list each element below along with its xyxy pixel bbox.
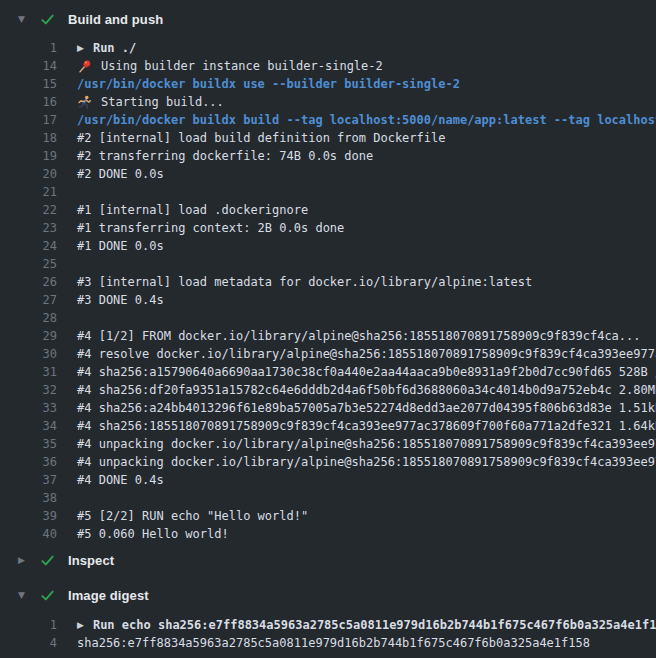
log-text: ▶Run ./ [77,39,136,57]
line-number[interactable]: 29 [0,329,57,343]
chevron-right-icon[interactable]: ▶ [18,551,34,569]
log-line: 39#5 [2/2] RUN echo "Hello world!" [0,507,656,525]
log-text: Starting build... [77,95,224,110]
log-text: #4 sha256:df20fa9351a15782c64e6dddb2d4a6… [77,383,656,397]
line-number[interactable]: 17 [0,113,57,127]
chevron-down-icon[interactable]: ▼ [18,586,34,604]
line-number[interactable]: 40 [0,527,57,541]
line-number[interactable]: 33 [0,401,57,415]
line-number[interactable]: 23 [0,221,57,235]
log-text: Using builder instance builder-single-2 [77,59,383,74]
chevron-down-icon[interactable]: ▼ [18,10,34,28]
log-text: #3 [internal] load metadata for docker.i… [77,275,532,289]
log-line: 30#4 resolve docker.io/library/alpine@sh… [0,345,656,363]
log-text: #4 unpacking docker.io/library/alpine@sh… [77,455,656,469]
line-number[interactable]: 21 [0,185,57,199]
line-number[interactable]: 34 [0,419,57,433]
log-text-content: #4 unpacking docker.io/library/alpine@sh… [77,437,656,451]
line-number[interactable]: 1 [0,618,57,632]
line-number[interactable]: 19 [0,149,57,163]
log-text-content: /usr/bin/docker buildx use --builder bui… [77,77,460,91]
log-text: #4 sha256:a15790640a6690aa1730c38cf0a440… [77,365,656,379]
success-check-icon [40,553,55,568]
log-text: #2 transferring dockerfile: 74B 0.0s don… [77,149,373,163]
log-text: /usr/bin/docker buildx build --tag local… [77,113,656,127]
log-text-content: Run echo sha256:e7ff8834a5963a2785c5a081… [93,618,656,632]
log-line: 38 [0,489,656,507]
log-text: #2 [internal] load build definition from… [77,131,445,145]
log-lines-image-digest: 1▶Run echo sha256:e7ff8834a5963a2785c5a0… [0,616,656,652]
section-header-image-digest[interactable]: ▼ Image digest [0,586,656,604]
log-text-content: #4 sha256:a24bb4013296f61e89ba57005a7b3e… [77,401,656,415]
line-number[interactable]: 4 [0,636,57,650]
log-line: 16Starting build... [0,93,656,111]
log-line: 37#4 DONE 0.4s [0,471,656,489]
log-line: 25 [0,255,656,273]
log-text-content: #1 [internal] load .dockerignore [77,203,308,217]
log-text: #4 sha256:185518070891758909c9f839cf4ca3… [77,419,656,433]
log-line: 1▶Run echo sha256:e7ff8834a5963a2785c5a0… [0,616,656,634]
line-number[interactable]: 36 [0,455,57,469]
log-text-content: Using builder instance builder-single-2 [101,59,383,73]
log-line: 18#2 [internal] load build definition fr… [0,129,656,147]
log-text: #1 [internal] load .dockerignore [77,203,308,217]
success-check-icon [40,588,55,603]
line-number[interactable]: 16 [0,95,57,109]
log-line: 35#4 unpacking docker.io/library/alpine@… [0,435,656,453]
log-text-content: #4 unpacking docker.io/library/alpine@sh… [77,455,656,469]
log-text: #4 [1/2] FROM docker.io/library/alpine@s… [77,329,641,343]
line-number[interactable]: 32 [0,383,57,397]
log-line: 4sha256:e7ff8834a5963a2785c5a0811e979d16… [0,634,656,652]
section-title: Image digest [68,588,149,603]
log-text: ▶Run echo sha256:e7ff8834a5963a2785c5a08… [77,616,656,634]
log-text-content: #2 transferring dockerfile: 74B 0.0s don… [77,149,373,163]
log-line: 20#2 DONE 0.0s [0,165,656,183]
log-text: #4 resolve docker.io/library/alpine@sha2… [77,347,656,361]
log-line: 17/usr/bin/docker buildx build --tag loc… [0,111,656,129]
line-number[interactable]: 24 [0,239,57,253]
expand-group-icon[interactable]: ▶ [77,39,84,57]
log-text-content: #4 sha256:a15790640a6690aa1730c38cf0a440… [77,365,656,379]
line-number[interactable]: 26 [0,275,57,289]
line-number[interactable]: 14 [0,59,57,73]
log-line: 23#1 transferring context: 2B 0.0s done [0,219,656,237]
log-text: #1 DONE 0.0s [77,239,164,253]
log-text-content: #1 transferring context: 2B 0.0s done [77,221,344,235]
line-number[interactable]: 25 [0,257,57,271]
log-text-content: #2 DONE 0.0s [77,167,164,181]
log-text: #3 DONE 0.4s [77,293,164,307]
log-text-content: #4 sha256:df20fa9351a15782c64e6dddb2d4a6… [77,383,656,397]
log-text-content: #4 DONE 0.4s [77,473,164,487]
log-line: 31#4 sha256:a15790640a6690aa1730c38cf0a4… [0,363,656,381]
log-text: #4 sha256:a24bb4013296f61e89ba57005a7b3e… [77,401,656,415]
log-text: #4 unpacking docker.io/library/alpine@sh… [77,437,656,451]
log-line: 36#4 unpacking docker.io/library/alpine@… [0,453,656,471]
expand-group-icon[interactable]: ▶ [77,616,84,634]
line-number[interactable]: 15 [0,77,57,91]
log-text-content: Starting build... [101,95,224,109]
line-number[interactable]: 20 [0,167,57,181]
line-number[interactable]: 39 [0,509,57,523]
log-text-content: #4 resolve docker.io/library/alpine@sha2… [77,347,656,361]
line-number[interactable]: 31 [0,365,57,379]
line-number[interactable]: 28 [0,311,57,325]
log-text-content: sha256:e7ff8834a5963a2785c5a0811e979d16b… [77,636,590,650]
section-title: Build and push [68,12,163,27]
log-text: #4 DONE 0.4s [77,473,164,487]
line-number[interactable]: 1 [0,41,57,55]
line-number[interactable]: 18 [0,131,57,145]
log-line: 34#4 sha256:185518070891758909c9f839cf4c… [0,417,656,435]
line-number[interactable]: 38 [0,491,57,505]
log-text-content: /usr/bin/docker buildx build --tag local… [77,113,656,127]
section-header-inspect[interactable]: ▶ Inspect [0,551,656,569]
log-line: 15/usr/bin/docker buildx use --builder b… [0,75,656,93]
line-number[interactable]: 37 [0,473,57,487]
line-number[interactable]: 22 [0,203,57,217]
log-lines-build-and-push: 1▶Run ./14Using builder instance builder… [0,39,656,543]
line-number[interactable]: 35 [0,437,57,451]
log-text: #1 transferring context: 2B 0.0s done [77,221,344,235]
section-header-build-and-push[interactable]: ▼ Build and push [0,10,656,28]
line-number[interactable]: 30 [0,347,57,361]
log-text-content: #4 [1/2] FROM docker.io/library/alpine@s… [77,329,641,343]
line-number[interactable]: 27 [0,293,57,307]
